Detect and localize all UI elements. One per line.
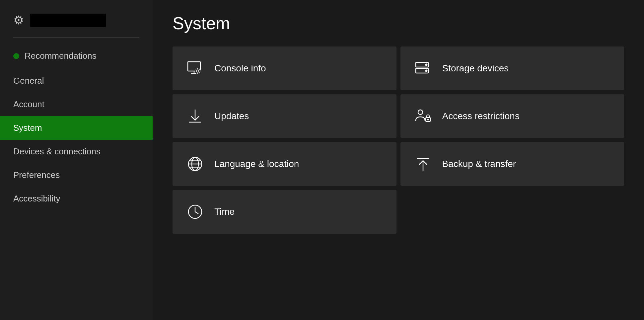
backup-transfer-icon	[414, 155, 432, 173]
sidebar-divider	[13, 37, 139, 38]
page-title: System	[173, 13, 624, 33]
sidebar-item-system[interactable]: System	[0, 116, 153, 140]
sidebar: ⚙ Recommendations General Account System…	[0, 0, 153, 320]
sidebar-item-label: Accessibility	[13, 194, 60, 204]
grid-item-storage-devices[interactable]: Storage devices	[400, 46, 624, 90]
updates-icon	[186, 108, 204, 125]
sidebar-item-label: Devices & connections	[13, 146, 101, 157]
svg-line-11	[199, 69, 200, 69]
access-restrictions-label: Access restrictions	[442, 111, 520, 121]
sidebar-item-label: Recommendations	[25, 51, 97, 61]
language-location-label: Language & location	[214, 159, 299, 169]
sidebar-item-label: System	[13, 123, 42, 133]
sidebar-item-label: Account	[13, 99, 44, 110]
sidebar-item-account[interactable]: Account	[0, 93, 153, 116]
sidebar-item-devices[interactable]: Devices & connections	[0, 140, 153, 163]
updates-label: Updates	[214, 111, 249, 121]
sidebar-item-preferences[interactable]: Preferences	[0, 163, 153, 187]
svg-point-19	[418, 110, 423, 115]
backup-transfer-label: Backup & transfer	[442, 159, 516, 169]
console-info-label: Console info	[214, 63, 266, 74]
grid-item-language-location[interactable]: Language & location	[173, 142, 396, 186]
sidebar-item-accessibility[interactable]: Accessibility	[0, 187, 153, 210]
main-content: System	[153, 0, 644, 320]
time-icon	[186, 203, 204, 220]
grid-item-access-restrictions[interactable]: Access restrictions	[400, 94, 624, 138]
language-location-icon	[186, 155, 204, 173]
sidebar-item-recommendations[interactable]: Recommendations	[0, 44, 153, 68]
grid-item-backup-transfer[interactable]: Backup & transfer	[400, 142, 624, 186]
sidebar-header: ⚙	[0, 10, 153, 37]
sidebar-item-general[interactable]: General	[0, 69, 153, 93]
grid-item-updates[interactable]: Updates	[173, 94, 396, 138]
time-label: Time	[214, 206, 235, 217]
grid-item-console-info[interactable]: Console info	[173, 46, 396, 90]
access-restrictions-icon	[414, 108, 432, 125]
username-block	[30, 14, 106, 27]
svg-line-31	[195, 212, 198, 214]
svg-point-14	[425, 64, 427, 66]
storage-devices-icon	[414, 60, 432, 77]
storage-devices-label: Storage devices	[442, 63, 509, 74]
sidebar-item-label: General	[13, 76, 44, 86]
sidebar-item-label: Preferences	[13, 170, 60, 180]
grid-item-time[interactable]: Time	[173, 190, 396, 234]
svg-line-9	[195, 69, 196, 69]
svg-line-10	[199, 73, 200, 73]
green-dot-icon	[13, 53, 19, 59]
svg-point-21	[427, 119, 428, 120]
settings-grid: Console info Storage devices	[173, 46, 624, 234]
svg-point-16	[425, 70, 427, 72]
console-info-icon	[186, 60, 204, 77]
gear-icon: ⚙	[13, 13, 24, 27]
svg-line-12	[195, 73, 196, 73]
